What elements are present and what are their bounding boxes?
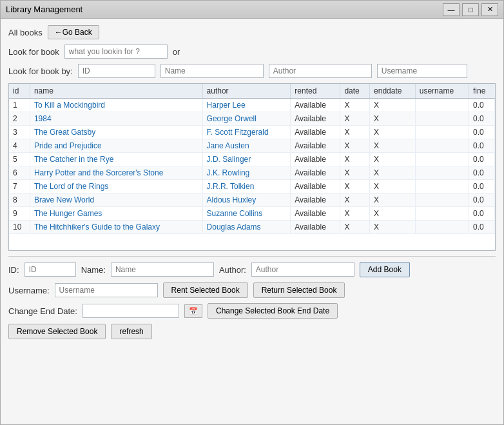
cell-username [415, 180, 469, 193]
cell-enddate: X [370, 180, 416, 193]
cell-enddate: X [370, 153, 416, 166]
cell-enddate: X [370, 139, 416, 153]
cell-fine: 0.0 [469, 112, 494, 126]
title-bar-text: Library Management [6, 5, 82, 14]
filter-id-input[interactable] [78, 64, 155, 78]
cell-rented: Available [291, 126, 340, 139]
cell-id: 1 [9, 99, 30, 112]
cell-rented: Available [291, 221, 340, 234]
change-end-date-label: Change End Date: [8, 306, 77, 316]
cell-date: X [340, 207, 370, 221]
id-label: ID: [8, 265, 19, 275]
col-date: date [340, 84, 370, 99]
filter-name-input[interactable] [160, 64, 264, 78]
cell-name: 1984 [30, 112, 202, 126]
table-row[interactable]: 1To Kill a MockingbirdHarper LeeAvailabl… [9, 99, 495, 112]
cell-date: X [340, 153, 370, 166]
books-table: id name author rented date enddate usern… [9, 84, 495, 234]
username-field[interactable] [55, 283, 158, 297]
cell-id: 6 [9, 166, 30, 180]
cell-date: X [340, 99, 370, 112]
cell-date: X [340, 221, 370, 234]
cell-name: The Hitchhiker's Guide to the Galaxy [30, 221, 202, 234]
go-back-button[interactable]: ←Go Back [48, 25, 99, 39]
col-author: author [202, 84, 291, 99]
cell-fine: 0.0 [469, 207, 494, 221]
cell-name: Pride and Prejudice [30, 139, 202, 153]
maximize-button[interactable]: □ [462, 3, 479, 16]
cell-fine: 0.0 [469, 180, 494, 193]
close-button[interactable]: ✕ [481, 3, 498, 16]
cell-date: X [340, 166, 370, 180]
cell-id: 7 [9, 180, 30, 193]
cell-author: Aldous Huxley [202, 193, 291, 207]
cell-id: 3 [9, 126, 30, 139]
add-book-button[interactable]: Add Book [360, 262, 410, 277]
filter-username-input[interactable] [377, 64, 467, 78]
header-row: All books ←Go Back [8, 25, 496, 39]
cell-rented: Available [291, 193, 340, 207]
cell-rented: Available [291, 153, 340, 166]
cell-fine: 0.0 [469, 139, 494, 153]
remove-book-button[interactable]: Remove Selected Book [8, 324, 106, 339]
end-date-field[interactable] [82, 304, 179, 318]
cell-fine: 0.0 [469, 193, 494, 207]
cell-fine: 0.0 [469, 126, 494, 139]
col-enddate: enddate [370, 84, 416, 99]
table-row[interactable]: 7The Lord of the RingsJ.R.R. TolkienAvai… [9, 180, 495, 193]
cell-date: X [340, 126, 370, 139]
cell-id: 2 [9, 112, 30, 126]
rent-book-button[interactable]: Rent Selected Book [163, 282, 248, 298]
cell-author: Douglas Adams [202, 221, 291, 234]
end-date-row: Change End Date: 📅 Change Selected Book … [8, 303, 496, 319]
author-field[interactable] [251, 262, 354, 277]
filter-author-input[interactable] [269, 64, 372, 78]
cell-date: X [340, 139, 370, 153]
id-field[interactable] [24, 262, 76, 277]
rent-return-row: Username: Rent Selected Book Return Sele… [8, 282, 496, 298]
add-book-row: ID: Name: Author: Add Book [8, 262, 496, 277]
cell-enddate: X [370, 99, 416, 112]
cell-name: The Hunger Games [30, 207, 202, 221]
search-main-input[interactable] [64, 44, 168, 59]
name-label: Name: [81, 265, 106, 275]
minimize-button[interactable]: — [443, 3, 460, 16]
change-end-date-button[interactable]: Change Selected Book End Date [208, 303, 338, 319]
cell-username [415, 221, 469, 234]
table-row[interactable]: 10The Hitchhiker's Guide to the GalaxyDo… [9, 221, 495, 234]
cell-fine: 0.0 [469, 221, 494, 234]
table-row[interactable]: 8Brave New WorldAldous HuxleyAvailableXX… [9, 193, 495, 207]
cell-rented: Available [291, 99, 340, 112]
refresh-button[interactable]: refresh [111, 324, 151, 339]
cell-username [415, 207, 469, 221]
table-row[interactable]: 3The Great GatsbyF. Scott FitzgeraldAvai… [9, 126, 495, 139]
cell-username [415, 99, 469, 112]
title-bar-controls: — □ ✕ [443, 3, 498, 16]
cell-username [415, 112, 469, 126]
cell-enddate: X [370, 207, 416, 221]
return-book-button[interactable]: Return Selected Book [253, 282, 345, 298]
table-row[interactable]: 4Pride and PrejudiceJane AustenAvailable… [9, 139, 495, 153]
table-row[interactable]: 6Harry Potter and the Sorcerer's StoneJ.… [9, 166, 495, 180]
books-table-container: id name author rented date enddate usern… [8, 83, 496, 251]
calendar-icon-button[interactable]: 📅 [184, 304, 202, 318]
cell-author: Suzanne Collins [202, 207, 291, 221]
cell-username [415, 193, 469, 207]
look-for-book-label: Look for book [8, 47, 59, 57]
name-field[interactable] [111, 262, 214, 277]
table-row[interactable]: 9The Hunger GamesSuzanne CollinsAvailabl… [9, 207, 495, 221]
col-username: username [415, 84, 469, 99]
cell-fine: 0.0 [469, 166, 494, 180]
cell-date: X [340, 112, 370, 126]
col-fine: fine [469, 84, 494, 99]
table-row[interactable]: 5The Catcher in the RyeJ.D. SalingerAvai… [9, 153, 495, 166]
cell-author: J.K. Rowling [202, 166, 291, 180]
cell-author: George Orwell [202, 112, 291, 126]
cell-name: Brave New World [30, 193, 202, 207]
table-row[interactable]: 21984George OrwellAvailableXX0.0 [9, 112, 495, 126]
cell-fine: 0.0 [469, 99, 494, 112]
cell-enddate: X [370, 166, 416, 180]
cell-date: X [340, 180, 370, 193]
cell-rented: Available [291, 207, 340, 221]
remove-refresh-row: Remove Selected Book refresh [8, 324, 496, 339]
